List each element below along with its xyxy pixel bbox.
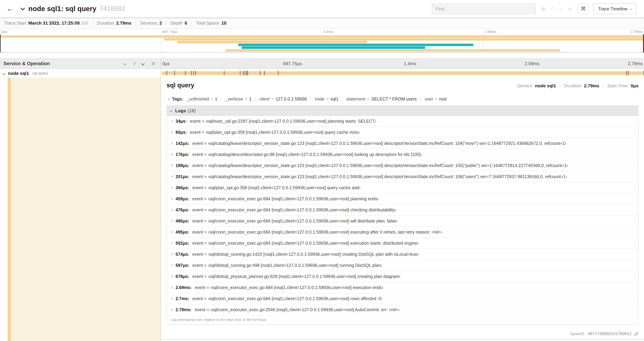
collapse-one-icon[interactable] <box>124 62 126 65</box>
log-event-text: event = ‹sql/conn_executor_exec.go:684 [… <box>192 196 378 201</box>
log-event-text: event = ‹sql/conn_executor_exec.go:684 [… <box>192 218 398 223</box>
log-row[interactable]: 80μs:event = ‹sql/plan_opt.go:358 [nsql1… <box>167 127 638 138</box>
close-icon[interactable]: × <box>568 6 572 12</box>
timeline-tick-label: 2.79ms <box>628 59 642 69</box>
timeline-tick-label: 697.75μs <box>161 30 178 34</box>
find-input[interactable] <box>432 3 536 14</box>
summary-divider <box>191 21 192 25</box>
span-bar-cell[interactable] <box>161 69 644 78</box>
log-row[interactable]: 459μs:event = ‹sql/conn_executor_exec.go… <box>167 193 638 204</box>
log-marker <box>224 71 224 76</box>
span-duration-bar[interactable] <box>162 71 643 75</box>
log-marker <box>243 71 244 76</box>
service-value: node sql1 <box>535 83 556 88</box>
minimap-span-bar <box>242 47 425 49</box>
log-marker <box>174 71 175 76</box>
viewport-scrubber-right[interactable] <box>643 34 644 52</box>
summary-value: 2 <box>160 20 162 26</box>
log-row[interactable]: 366μs:event = ‹sql/plan_opt.go:358 [nsql… <box>167 182 638 193</box>
summary-divider <box>136 21 136 25</box>
log-marker <box>191 71 192 76</box>
view-selector-label: Trace Timeline <box>598 6 628 11</box>
log-timestamp: 142μs: <box>176 141 189 146</box>
tag-item: node=sql1 <box>315 97 338 102</box>
chevron-right-icon <box>170 275 173 278</box>
timeline-minimap[interactable]: 0μs697.75μs1.4ms2.09ms2.79ms <box>0 29 644 53</box>
log-timestamp: 486μs: <box>176 218 189 223</box>
span-detail-header: sql query Service: node sql1 Duration: 2… <box>166 82 638 92</box>
log-row[interactable]: 597μs:event = ‹sql/distsql_running.go:49… <box>167 260 638 271</box>
log-row[interactable]: 142μs:event = ‹sql/catalog/lease/descrip… <box>167 138 638 149</box>
span-detail-panel: sql query Service: node sql1 Duration: 2… <box>161 78 644 341</box>
tags-label: Tags: <box>172 97 183 102</box>
log-marker <box>246 71 247 76</box>
chevron-down-icon[interactable] <box>2 71 6 75</box>
timeline-tick-label: 2.09ms <box>483 30 496 34</box>
log-timestamp: 495μs: <box>176 230 189 234</box>
log-event-text: event = ‹sql/distsql_physical_planner.go… <box>192 274 400 279</box>
log-row[interactable]: 574μs:event = ‹sql/distsql_running.go:14… <box>167 249 638 260</box>
logs-list: 34μs:event = ‹sql/exec_util.go:2297 [nsq… <box>167 116 638 315</box>
log-row[interactable]: 2.79ms:event = ‹sql/conn_executor_exec.g… <box>167 304 638 315</box>
log-timestamp: 502μs: <box>176 241 189 245</box>
link-icon[interactable] <box>634 331 638 336</box>
collapse-all-icon[interactable] <box>142 62 144 65</box>
tag-equals: = <box>435 97 438 102</box>
tag-item: _unfinished=1 <box>187 97 217 102</box>
tag-item: user=root <box>425 97 446 102</box>
chevron-down-icon[interactable] <box>20 6 25 10</box>
start-time-value: 0μs <box>631 83 638 88</box>
log-marker <box>248 71 248 76</box>
timeline-tick-label: 1.4ms <box>402 59 416 69</box>
tags-row[interactable]: Tags: _unfinished=1_verbose=1client=127.… <box>166 95 638 104</box>
log-row[interactable]: 486μs:event = ‹sql/conn_executor_exec.go… <box>167 216 638 227</box>
focus-icon[interactable]: ⊕ <box>541 6 545 11</box>
tag-divider <box>342 97 342 101</box>
span-name-cell[interactable]: node sql1 sql query <box>0 69 161 78</box>
span-row: node sql1 sql query <box>0 69 644 78</box>
log-marker <box>166 71 167 76</box>
keyboard-shortcuts-button[interactable]: ⌘ <box>578 3 589 14</box>
chevron-right-icon <box>170 242 173 244</box>
view-selector-button[interactable]: Trace Timeline <box>594 3 636 14</box>
expand-one-icon[interactable] <box>132 62 135 65</box>
minimap-span-bar <box>164 38 644 41</box>
trace-summary: Trace StartMarch 31 2022, 17:25:09.326Du… <box>0 17 644 29</box>
span-color-strip <box>8 78 11 341</box>
log-row[interactable]: 2.7ms:event = ‹sql/conn_executor_exec.go… <box>167 293 638 304</box>
log-event-text: event = ‹sql/conn_executor_exec.go:2046 … <box>195 307 400 312</box>
log-row[interactable]: 678μs:event = ‹sql/distsql_physical_plan… <box>167 271 638 282</box>
minimap-canvas[interactable] <box>0 34 644 53</box>
logs-header[interactable]: Logs (18) <box>167 106 638 116</box>
main-area: sql query Service: node sql1 Duration: 2… <box>0 78 644 341</box>
back-icon[interactable]: ← <box>6 5 14 13</box>
log-row[interactable]: 176μs:event = ‹sql/catalog/descs/descrip… <box>167 149 638 160</box>
log-event-text: event = ‹sql/distsql_running.go:1420 [ns… <box>192 252 419 257</box>
log-row[interactable]: 476μs:event = ‹sql/conn_executor_exec.go… <box>167 204 638 216</box>
summary-item: Services2 <box>140 20 162 26</box>
log-row[interactable]: 502μs:event = ‹sql/conn_executor_exec.go… <box>167 238 638 249</box>
span-detail-card: sql query Service: node sql1 Duration: 2… <box>161 78 644 339</box>
expand-all-icon[interactable] <box>150 62 154 65</box>
viewport-scrubber-left[interactable] <box>0 34 1 52</box>
chevron-down-icon[interactable] <box>560 8 562 10</box>
tag-key: node <box>315 97 324 102</box>
find-controls: ⊕ × <box>541 6 571 12</box>
chevron-right-icon <box>170 286 173 289</box>
log-marker <box>240 71 240 76</box>
top-bar: ← node sql1: sql query 7418682 ⊕ × ⌘ Tra… <box>0 0 644 17</box>
log-marker <box>260 71 260 76</box>
minimap-span-bar <box>0 35 644 38</box>
log-row[interactable]: 2.69ms:event = ‹sql/conn_executor_exec.g… <box>167 282 638 293</box>
span-id-label: SpanID: <box>570 331 585 336</box>
log-event-text: event = ‹sql/distsql_running.go:498 [nsq… <box>192 263 382 268</box>
timeline-tick-label: 0μs <box>161 59 170 69</box>
log-marker <box>278 71 278 76</box>
chevron-up-icon[interactable] <box>552 8 554 10</box>
summary-label: Total Spans <box>196 20 219 26</box>
log-row[interactable]: 34μs:event = ‹sql/exec_util.go:2297 [nsq… <box>167 116 638 127</box>
log-row[interactable]: 495μs:event = ‹sql/conn_executor_exec.go… <box>167 227 638 238</box>
log-marker <box>626 71 627 76</box>
log-row[interactable]: 201μs:event = ‹sql/catalog/lease/descrip… <box>167 171 638 182</box>
log-row[interactable]: 189μs:event = ‹sql/catalog/lease/descrip… <box>167 160 638 171</box>
